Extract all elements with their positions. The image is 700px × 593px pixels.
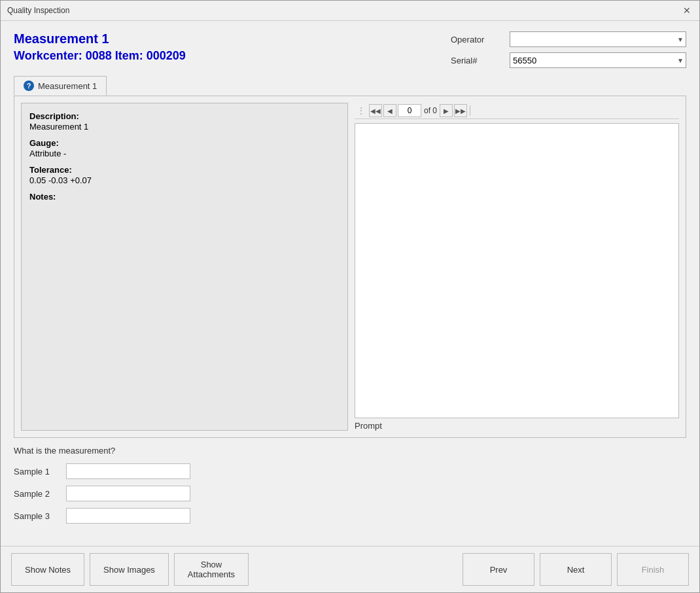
operator-select[interactable] [510, 31, 686, 47]
tab-bar: ? Measurement 1 [14, 76, 686, 96]
close-button[interactable]: ✕ [681, 5, 693, 16]
sample1-row: Sample 1 [14, 463, 686, 479]
measurement-tab[interactable]: ? Measurement 1 [14, 76, 107, 96]
nav-separator: ⋮ [357, 106, 365, 115]
nav-last-button[interactable]: ▶▶ [454, 104, 467, 117]
show-notes-button[interactable]: Show Notes [11, 553, 84, 586]
tolerance-value: 0.05 -0.03 +0.07 [29, 175, 340, 185]
measurement-title: Measurement 1 [14, 31, 451, 46]
gauge-value: Attribute - [29, 149, 340, 158]
operator-section: Operator ▼ Serial# 56550 ▼ [451, 31, 686, 68]
main-body: Description: Measurement 1 Gauge: Attrib… [14, 96, 686, 438]
tab-help-icon: ? [24, 81, 34, 91]
sample3-row: Sample 3 [14, 508, 686, 524]
nav-divider [470, 105, 470, 116]
notes-block: Notes: [29, 192, 340, 202]
right-panel: ⋮ ◀◀ ◀ 0 of 0 ▶ ▶▶ Prompt [355, 103, 679, 431]
tolerance-block: Tolerance: 0.05 -0.03 +0.07 [29, 165, 340, 185]
image-nav: ⋮ ◀◀ ◀ 0 of 0 ▶ ▶▶ [355, 103, 679, 119]
gauge-label: Gauge: [29, 138, 340, 148]
serial-select[interactable]: 56550 [510, 52, 686, 68]
measurement-input-section: What is the measurement? Sample 1 Sample… [14, 438, 686, 535]
nav-next-button[interactable]: ▶ [440, 104, 453, 117]
titles-left: Measurement 1 Workcenter: 0088 Item: 000… [14, 31, 451, 63]
window-title: Quality Inspection [7, 6, 69, 15]
nav-page-input[interactable]: 0 [398, 104, 421, 117]
title-bar: Quality Inspection ✕ [1, 1, 699, 21]
nav-prev-button[interactable]: ◀ [383, 104, 396, 117]
show-attachments-button[interactable]: Show Attachments [174, 553, 249, 586]
header-section: Measurement 1 Workcenter: 0088 Item: 000… [14, 31, 686, 68]
prev-button[interactable]: Prev [463, 553, 534, 586]
operator-row: Operator ▼ [451, 31, 686, 47]
nav-of-label: of 0 [424, 106, 437, 115]
show-images-button[interactable]: Show Images [90, 553, 169, 586]
sample1-label: Sample 1 [14, 467, 66, 476]
image-area [355, 123, 679, 418]
tolerance-label: Tolerance: [29, 165, 340, 175]
finish-button[interactable]: Finish [617, 553, 689, 586]
left-panel: Description: Measurement 1 Gauge: Attrib… [21, 103, 348, 431]
sample2-label: Sample 2 [14, 489, 66, 499]
gauge-block: Gauge: Attribute - [29, 138, 340, 158]
operator-select-wrapper: ▼ [510, 31, 686, 47]
notes-label: Notes: [29, 192, 340, 202]
serial-select-wrapper: 56550 ▼ [510, 52, 686, 68]
prompt-label: Prompt [355, 421, 679, 431]
description-value: Measurement 1 [29, 122, 340, 132]
bottom-bar: Show Notes Show Images Show Attachments … [1, 546, 699, 592]
description-block: Description: Measurement 1 [29, 111, 340, 132]
operator-label: Operator [451, 35, 503, 45]
measurement-question: What is the measurement? [14, 446, 686, 456]
sample1-input[interactable] [66, 463, 190, 479]
serial-label: Serial# [451, 56, 503, 65]
serial-row: Serial# 56550 ▼ [451, 52, 686, 68]
content-area: Measurement 1 Workcenter: 0088 Item: 000… [1, 21, 699, 546]
description-label: Description: [29, 111, 340, 121]
sample3-label: Sample 3 [14, 511, 66, 521]
sample2-input[interactable] [66, 486, 190, 501]
sample3-input[interactable] [66, 508, 190, 524]
sample2-row: Sample 2 [14, 486, 686, 501]
quality-inspection-window: Quality Inspection ✕ Measurement 1 Workc… [0, 0, 700, 593]
nav-first-button[interactable]: ◀◀ [369, 104, 382, 117]
tab-label: Measurement 1 [38, 81, 97, 91]
next-button[interactable]: Next [540, 553, 612, 586]
workcenter-title: Workcenter: 0088 Item: 000209 [14, 49, 451, 63]
